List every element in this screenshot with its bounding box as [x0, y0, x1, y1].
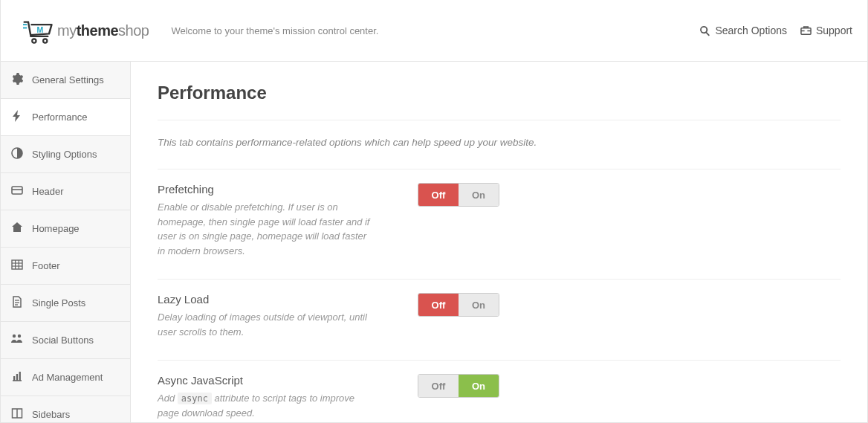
toggle-switch[interactable]: OffOn — [418, 374, 499, 398]
svg-rect-23 — [16, 374, 18, 381]
logo-text: mythemeshop — [57, 22, 149, 39]
option-title: Prefetching — [158, 183, 373, 196]
sidebar-item-label: Homepage — [32, 223, 80, 234]
sidebar-icon — [11, 184, 23, 198]
support-label: Support — [816, 25, 852, 36]
support-icon — [800, 25, 812, 36]
sidebar-item-general-settings[interactable]: General Settings — [1, 62, 130, 99]
option-description: Add async attribute to script tags to im… — [158, 391, 373, 420]
sidebar-item-label: Styling Options — [32, 149, 97, 160]
sidebar-item-label: Footer — [32, 260, 60, 271]
svg-rect-9 — [12, 187, 22, 194]
logo-icon: M — [23, 16, 54, 45]
svg-rect-22 — [13, 376, 15, 381]
option-title: Async JavaScript — [158, 374, 373, 387]
option-row: PrefetchingEnable or disable prefetching… — [158, 169, 841, 279]
welcome-text: Welcome to your theme's mission control … — [171, 25, 699, 36]
option-title: Lazy Load — [158, 293, 373, 306]
header: M mythemeshop Welcome to your theme's mi… — [1, 0, 867, 62]
divider — [158, 120, 841, 120]
option-row: Async JavaScriptAdd async attribute to s… — [158, 360, 841, 422]
sidebar-icon — [11, 370, 23, 384]
sidebar-item-label: Single Posts — [32, 297, 85, 309]
toggle-switch[interactable]: OffOn — [418, 293, 499, 317]
search-icon — [699, 25, 710, 36]
sidebar-item-single-posts[interactable]: Single Posts — [1, 285, 130, 322]
sidebar-item-label: Social Buttons — [32, 335, 94, 346]
sidebar-icon — [11, 259, 23, 273]
sidebar-item-label: Ad Management — [32, 372, 103, 383]
sidebar-icon — [11, 407, 23, 422]
sidebar-item-homepage[interactable]: Homepage — [1, 210, 130, 248]
svg-point-1 — [43, 39, 47, 42]
toggle-off[interactable]: Off — [418, 294, 459, 316]
svg-rect-11 — [12, 260, 22, 269]
sidebar-item-social-buttons[interactable]: Social Buttons — [1, 322, 130, 359]
search-options-label: Search Options — [715, 25, 787, 36]
sidebar-item-label: General Settings — [32, 74, 104, 85]
page-intro: This tab contains performance-related op… — [158, 137, 841, 148]
svg-text:M: M — [36, 25, 43, 34]
sidebar-icon — [11, 110, 23, 124]
sidebar-item-footer[interactable]: Footer — [1, 248, 130, 285]
sidebar-icon — [11, 73, 23, 87]
sidebar-item-label: Header — [32, 186, 64, 197]
toggle-on[interactable]: On — [459, 375, 499, 397]
sidebar-icon — [11, 296, 23, 310]
sidebar-item-sidebars[interactable]: Sidebars — [1, 396, 130, 422]
option-row: Lazy LoadDelay loading of images outside… — [158, 279, 841, 360]
sidebar: General SettingsPerformanceStyling Optio… — [1, 62, 131, 422]
content: Performance This tab contains performanc… — [131, 62, 867, 422]
sidebar-item-styling-options[interactable]: Styling Options — [1, 136, 130, 173]
sidebar-icon — [11, 222, 23, 236]
svg-point-20 — [18, 335, 21, 338]
svg-rect-24 — [19, 372, 21, 381]
option-description: Delay loading of images outside of viewp… — [158, 310, 373, 339]
support-link[interactable]: Support — [800, 25, 852, 36]
toggle-switch[interactable]: OffOn — [418, 183, 499, 207]
sidebar-icon — [11, 333, 23, 347]
svg-point-0 — [32, 39, 36, 42]
toggle-on[interactable]: On — [459, 184, 499, 206]
toggle-off[interactable]: Off — [418, 184, 459, 206]
sidebar-item-label: Sidebars — [32, 409, 70, 420]
search-options-link[interactable]: Search Options — [699, 25, 787, 36]
sidebar-item-header[interactable]: Header — [1, 173, 130, 210]
logo[interactable]: M mythemeshop — [23, 16, 149, 45]
sidebar-item-performance[interactable]: Performance — [1, 99, 130, 136]
sidebar-item-ad-management[interactable]: Ad Management — [1, 359, 130, 396]
sidebar-item-label: Performance — [32, 112, 87, 123]
sidebar-icon — [11, 147, 23, 161]
page-title: Performance — [158, 83, 841, 103]
option-description: Enable or disable prefetching. If user i… — [158, 200, 373, 258]
svg-point-19 — [13, 335, 16, 338]
toggle-on[interactable]: On — [459, 294, 499, 316]
toggle-off[interactable]: Off — [418, 375, 459, 397]
